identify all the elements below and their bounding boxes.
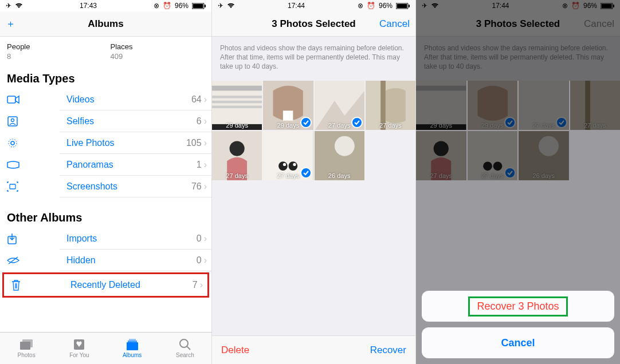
- photo-thumbnail[interactable]: 27 days: [212, 131, 262, 180]
- tab-albums[interactable]: Albums: [106, 333, 159, 364]
- wifi-icon: [227, 3, 235, 9]
- tab-bar: Photos For You Albums Search: [0, 332, 211, 364]
- places-album[interactable]: Places 409: [110, 42, 132, 61]
- svg-rect-1: [193, 3, 203, 8]
- chevron-icon: ›: [204, 116, 207, 126]
- other-row-hidden[interactable]: Hidden0›: [0, 250, 211, 271]
- status-time: 17:44: [288, 2, 305, 10]
- alarm-icon: ⏰: [163, 2, 171, 10]
- alarm-icon: ⏰: [367, 2, 375, 10]
- svg-rect-20: [397, 3, 407, 8]
- row-label: Live Photos: [66, 138, 186, 148]
- import-icon: [0, 233, 26, 244]
- trash-icon: [4, 279, 30, 291]
- selfie-icon: [0, 116, 26, 126]
- live-photo-icon: [0, 137, 26, 149]
- svg-point-41: [334, 136, 354, 156]
- svg-point-39: [293, 163, 296, 165]
- svg-point-17: [180, 339, 188, 347]
- battery-icon: [192, 3, 206, 9]
- delete-button[interactable]: Delete: [221, 345, 249, 356]
- photo-thumbnail[interactable]: 27 days: [263, 131, 313, 180]
- nav-bar: 3 Photos Selected Cancel: [212, 11, 415, 37]
- svg-rect-3: [7, 96, 15, 103]
- tab-for-you[interactable]: For You: [53, 333, 105, 364]
- media-row-screenshots[interactable]: Screenshots76›: [0, 176, 211, 197]
- svg-rect-2: [205, 5, 206, 7]
- media-row-live-photos[interactable]: Live Photos105›: [0, 132, 211, 154]
- places-label: Places: [110, 42, 132, 51]
- chevron-icon: ›: [204, 160, 207, 170]
- selected-check-icon: [300, 117, 312, 128]
- row-count: 76: [191, 181, 202, 192]
- row-count: 0: [197, 234, 202, 244]
- svg-rect-26: [212, 105, 262, 108]
- photos-icon: [19, 338, 34, 351]
- row-label: Screenshots: [66, 181, 191, 192]
- svg-point-7: [9, 139, 17, 147]
- panorama-icon: [0, 161, 26, 169]
- albums-icon: [125, 338, 140, 351]
- photo-thumbnail[interactable]: 26 days: [315, 131, 364, 180]
- recover-button[interactable]: Recover: [370, 345, 406, 356]
- row-label: Videos: [66, 94, 191, 105]
- recover-photos-button[interactable]: Recover 3 Photos: [422, 291, 614, 322]
- row-count: 7: [193, 280, 198, 290]
- search-icon: [179, 338, 191, 351]
- svg-point-38: [283, 163, 286, 165]
- status-time: 17:43: [80, 2, 97, 10]
- tab-label: Albums: [123, 352, 142, 358]
- photo-thumbnail[interactable]: 29 days: [212, 81, 262, 130]
- for-you-icon: [73, 338, 85, 351]
- highlight-recently-deleted: Recently Deleted7›: [2, 272, 209, 298]
- chevron-icon: ›: [204, 94, 207, 105]
- svg-rect-8: [10, 184, 15, 189]
- row-count: 105: [186, 138, 202, 148]
- row-label: Hidden: [66, 255, 197, 266]
- screenshot-icon: [0, 181, 26, 192]
- tab-label: Photos: [18, 352, 36, 358]
- svg-point-5: [11, 119, 14, 122]
- media-row-videos[interactable]: Videos64›: [0, 89, 211, 110]
- media-row-panoramas[interactable]: Panoramas1›: [0, 154, 211, 176]
- battery-icon: [396, 3, 410, 9]
- albums-screen: ✈ 17:43 ⊗ ⏰ 96% ＋ Albums People 8 Places…: [0, 0, 212, 364]
- wifi-icon: [15, 3, 23, 9]
- other-row-recently-deleted[interactable]: Recently Deleted7›: [4, 274, 207, 296]
- people-label: People: [7, 42, 30, 51]
- lock-rotation-icon: ⊗: [358, 2, 363, 10]
- people-count: 8: [7, 52, 30, 61]
- recently-deleted-select-screen: ✈ 17:44 ⊗⏰96% 3 Photos Selected Cancel P…: [212, 0, 416, 364]
- cancel-sheet-button[interactable]: Cancel: [422, 327, 614, 358]
- highlight-recover-button: Recover 3 Photos: [468, 296, 567, 316]
- photo-thumbnail[interactable]: 27 days: [315, 81, 364, 130]
- row-label: Imports: [66, 234, 197, 244]
- svg-rect-16: [129, 339, 136, 341]
- cancel-button[interactable]: Cancel: [379, 18, 410, 30]
- photo-thumbnail[interactable]: 27 days: [366, 81, 415, 130]
- svg-rect-24: [212, 96, 262, 98]
- tab-search[interactable]: Search: [159, 333, 211, 364]
- chevron-icon: ›: [204, 234, 207, 244]
- recover-action-sheet-screen: ✈ 17:44 ⊗⏰96% 3 Photos Selected Cancel P…: [416, 0, 620, 364]
- svg-rect-15: [128, 341, 137, 342]
- chevron-icon: ›: [204, 181, 207, 192]
- hidden-icon: [0, 256, 26, 265]
- add-album-button[interactable]: ＋: [6, 18, 15, 30]
- tab-photos[interactable]: Photos: [0, 333, 53, 364]
- airplane-mode-icon: ✈: [218, 2, 223, 10]
- days-remaining: 29 days: [212, 122, 262, 129]
- days-remaining: 27 days: [212, 172, 262, 179]
- tab-label: Search: [176, 352, 194, 358]
- photo-thumbnail[interactable]: 29 days: [263, 81, 313, 130]
- nav-bar: ＋ Albums: [0, 11, 211, 37]
- row-label: Selfies: [66, 116, 197, 126]
- people-album[interactable]: People 8: [7, 42, 30, 61]
- tab-label: For You: [69, 352, 89, 358]
- other-albums-list: Imports0› Hidden0› Recently Deleted7›: [0, 228, 211, 298]
- media-row-selfies[interactable]: Selfies6›: [0, 110, 211, 132]
- chevron-icon: ›: [200, 280, 203, 290]
- days-remaining: 26 days: [315, 172, 364, 179]
- status-bar: ✈ 17:43 ⊗ ⏰ 96%: [0, 0, 211, 11]
- other-row-imports[interactable]: Imports0›: [0, 228, 211, 250]
